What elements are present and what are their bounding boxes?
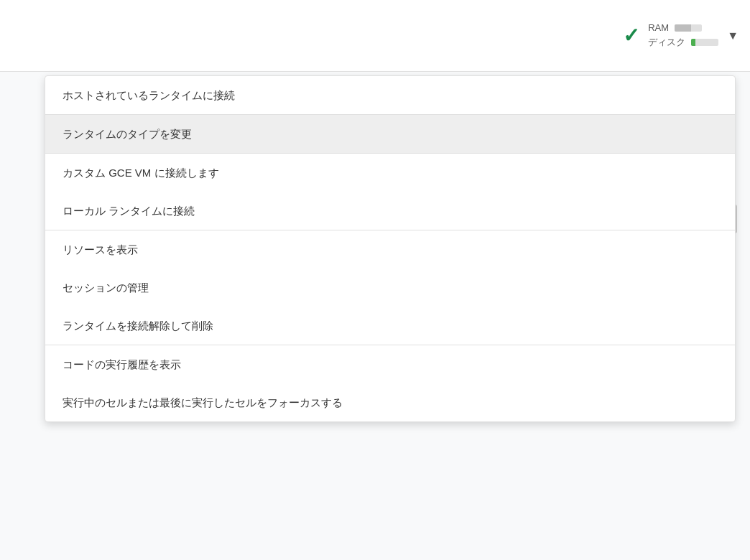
menu-item-connect-hosted[interactable]: ホストされているランタイムに接続 — [45, 76, 735, 114]
menu-section-1: ホストされているランタイムに接続 — [45, 76, 735, 115]
ram-bar — [675, 24, 691, 32]
menu-item-connect-local-runtime[interactable]: ローカル ランタイムに接続 — [45, 192, 735, 230]
dropdown-arrow-icon[interactable]: ▼ — [727, 29, 739, 42]
disk-row: ディスク — [648, 36, 718, 49]
menu-section-4: リソースを表示 セッションの管理 ランタイムを接続解除して削除 — [45, 230, 735, 345]
menu-section-3: カスタム GCE VM に接続します ローカル ランタイムに接続 — [45, 154, 735, 230]
disk-bar — [691, 39, 695, 46]
menu-item-view-execution-history[interactable]: コードの実行履歴を表示 — [45, 345, 735, 383]
menu-item-connect-gce-vm[interactable]: カスタム GCE VM に接続します — [45, 154, 735, 192]
disk-bar-container — [691, 39, 718, 46]
menu-item-disconnect-delete-runtime[interactable]: ランタイムを接続解除して削除 — [45, 307, 735, 345]
top-bar: ✓ RAM ディスク ▼ — [0, 0, 750, 72]
menu-item-change-runtime-type[interactable]: ランタイムのタイプを変更 — [45, 115, 735, 153]
dropdown-menu: ホストされているランタイムに接続 ランタイムのタイプを変更 カスタム GCE V… — [45, 75, 736, 422]
menu-item-focus-running-cell[interactable]: 実行中のセルまたは最後に実行したセルをフォーカスする — [45, 383, 735, 421]
ram-row: RAM — [648, 22, 702, 33]
top-bar-right: ✓ RAM ディスク ▼ — [623, 22, 739, 49]
disk-label: ディスク — [648, 36, 685, 49]
connection-checkmark: ✓ — [623, 24, 639, 47]
ram-bar-container — [675, 24, 702, 32]
menu-item-manage-sessions[interactable]: セッションの管理 — [45, 269, 735, 307]
menu-item-show-resources[interactable]: リソースを表示 — [45, 230, 735, 269]
ram-label: RAM — [648, 22, 669, 33]
menu-section-2: ランタイムのタイプを変更 — [45, 115, 735, 154]
ram-disk-info: RAM ディスク — [648, 22, 718, 49]
menu-section-5: コードの実行履歴を表示 実行中のセルまたは最後に実行したセルをフォーカスする — [45, 345, 735, 421]
